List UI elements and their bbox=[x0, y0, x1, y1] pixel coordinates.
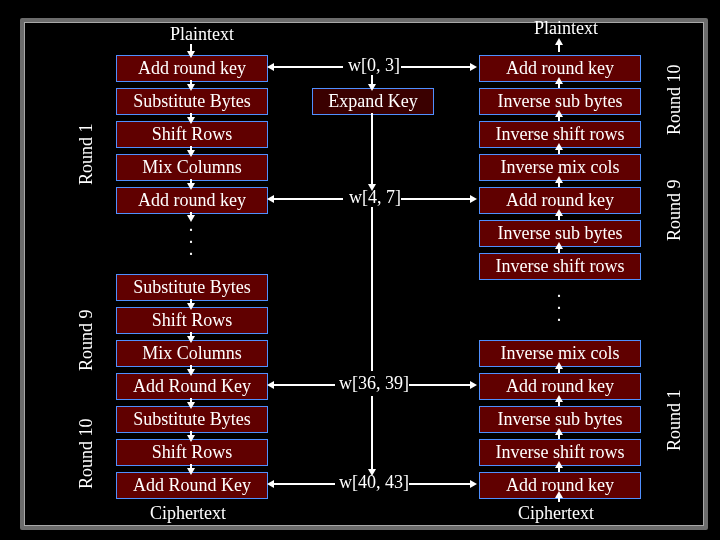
w36-39: w[36, 39] bbox=[339, 373, 409, 394]
arrow-left-icon bbox=[273, 384, 335, 386]
plaintext-right: Plaintext bbox=[534, 18, 598, 39]
left-mix-columns-9: Mix Columns bbox=[116, 340, 268, 367]
arrow-down-icon bbox=[190, 212, 192, 216]
arrow-up-icon bbox=[558, 248, 560, 253]
arrow-down-icon bbox=[190, 44, 192, 52]
arrow-down-icon bbox=[371, 396, 373, 470]
arrow-up-icon bbox=[558, 368, 560, 373]
arrow-down-icon bbox=[190, 113, 192, 118]
arrow-up-icon bbox=[558, 116, 560, 121]
ciphertext-right: Ciphertext bbox=[518, 503, 594, 524]
arrow-up-icon bbox=[558, 182, 560, 187]
arrow-down-icon bbox=[371, 113, 373, 185]
arrow-down-icon bbox=[190, 299, 192, 304]
arrow-down-icon bbox=[190, 431, 192, 436]
left-shift-rows-1: Shift Rows bbox=[116, 121, 268, 148]
left-add-round-key-1: Add round key bbox=[116, 187, 268, 214]
label-round10-right: Round 10 bbox=[664, 50, 685, 150]
left-sub-bytes-10: Substitute Bytes bbox=[116, 406, 268, 433]
arrow-down-icon bbox=[190, 464, 192, 469]
arrow-up-icon bbox=[558, 467, 560, 472]
arrow-down-icon bbox=[190, 146, 192, 151]
left-add-round-key-10: Add Round Key bbox=[116, 472, 268, 499]
arrow-up-icon bbox=[558, 497, 560, 502]
expand-key: Expand Key bbox=[312, 88, 434, 115]
arrow-right-icon bbox=[401, 66, 471, 68]
w0-3: w[0, 3] bbox=[348, 55, 400, 76]
arrow-up-icon bbox=[558, 83, 560, 88]
arrow-left-icon bbox=[273, 198, 343, 200]
label-round10-left: Round 10 bbox=[76, 404, 97, 504]
left-sub-bytes-1: Substitute Bytes bbox=[116, 88, 268, 115]
arrow-up-icon bbox=[558, 149, 560, 154]
label-round9-left: Round 9 bbox=[76, 290, 97, 390]
label-round1-right: Round 1 bbox=[664, 370, 685, 470]
arrow-down-icon bbox=[190, 398, 192, 403]
label-round1-left: Round 1 bbox=[76, 104, 97, 204]
arrow-up-icon bbox=[558, 434, 560, 439]
arrow-line-icon bbox=[371, 207, 373, 371]
left-shift-rows-10: Shift Rows bbox=[116, 439, 268, 466]
arrow-up-icon bbox=[558, 44, 560, 52]
right-inv-shift-rows-9: Inverse shift rows bbox=[479, 253, 641, 280]
left-mix-columns-1: Mix Columns bbox=[116, 154, 268, 181]
left-sub-bytes-9: Substitute Bytes bbox=[116, 274, 268, 301]
left-add-round-key-0: Add round key bbox=[116, 55, 268, 82]
arrow-right-icon bbox=[409, 384, 471, 386]
arrow-down-icon bbox=[190, 332, 192, 337]
left-shift-rows-9: Shift Rows bbox=[116, 307, 268, 334]
arrow-down-icon bbox=[190, 365, 192, 370]
arrow-left-icon bbox=[273, 483, 335, 485]
arrow-up-icon bbox=[558, 401, 560, 406]
arrow-right-icon bbox=[401, 198, 471, 200]
arrow-right-icon bbox=[409, 483, 471, 485]
plaintext-left: Plaintext bbox=[170, 24, 234, 45]
ellipsis-left: ... bbox=[183, 216, 199, 258]
ellipsis-right: ... bbox=[551, 282, 567, 324]
arrow-down-icon bbox=[371, 75, 373, 85]
left-add-round-key-9: Add Round Key bbox=[116, 373, 268, 400]
label-round9-right: Round 9 bbox=[664, 160, 685, 260]
ciphertext-left: Ciphertext bbox=[150, 503, 226, 524]
arrow-down-icon bbox=[190, 80, 192, 85]
arrow-up-icon bbox=[558, 215, 560, 220]
arrow-down-icon bbox=[190, 179, 192, 184]
arrow-left-icon bbox=[273, 66, 343, 68]
